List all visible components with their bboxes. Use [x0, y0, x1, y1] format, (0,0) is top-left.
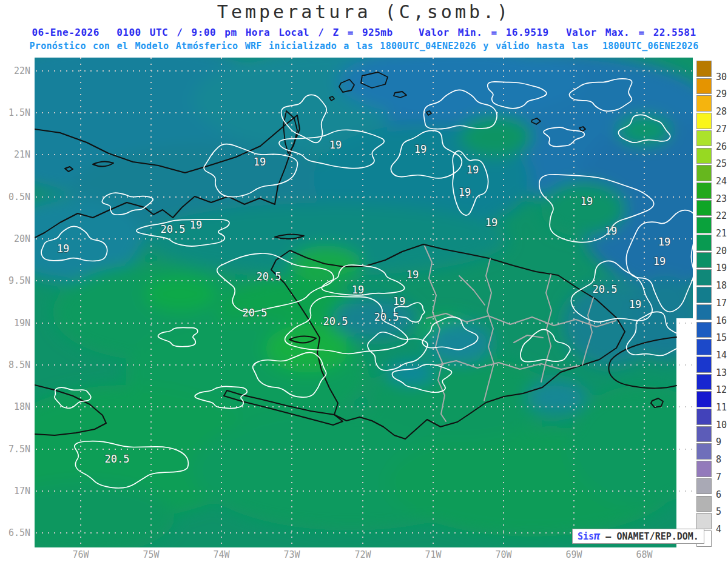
colorbar-segment [696, 78, 712, 95]
colorbar-tick-label: 4 [716, 524, 721, 535]
watermark-text: – ONAMET/REP.DOM. [600, 531, 699, 542]
lon-tick-label: 70W [495, 549, 511, 560]
colorbar-tick-label: 16 [716, 315, 727, 326]
colorbar-tick-label: 25 [716, 158, 727, 169]
colorbar-tick-label: 7 [716, 472, 721, 483]
colorbar-segment [696, 409, 712, 425]
svg-text:20.5: 20.5 [161, 223, 186, 235]
watermark-box: Sisπ – ONAMET/REP.DOM. [572, 529, 704, 544]
lon-tick-label: 72W [354, 549, 371, 560]
colorbar-tick-label: 18 [716, 280, 727, 291]
colorbar-tick-label: 27 [716, 124, 727, 135]
svg-text:19: 19 [254, 156, 266, 168]
svg-text:19: 19 [414, 143, 426, 155]
colorbar-tick-label: 5 [716, 506, 721, 517]
svg-text:20.5: 20.5 [374, 311, 399, 323]
temperature-shading [35, 58, 693, 547]
svg-text:19: 19 [467, 164, 479, 176]
svg-text:19: 19 [393, 295, 405, 307]
colorbar-tick-label: 29 [716, 89, 727, 99]
colorbar-segment [696, 269, 712, 286]
colorbar-tick-label: 22 [716, 210, 727, 221]
lat-tick-label: 18N [0, 401, 30, 412]
lat-tick-label: 1.5N [0, 107, 30, 118]
lat-tick-label: 20N [0, 233, 30, 244]
svg-text:20.5: 20.5 [243, 307, 268, 319]
lon-tick-label: 73W [283, 549, 300, 560]
colorbar-segment [696, 252, 712, 269]
colorbar-tick-label: 26 [716, 141, 727, 152]
lon-tick-label: 71W [425, 549, 441, 560]
colorbar-segment [696, 217, 712, 233]
lat-tick-label: 0.5N [0, 192, 30, 202]
lat-tick-label: 8.5N [0, 360, 30, 370]
colorbar-segment [696, 461, 712, 477]
colorbar-tick-label: 12 [716, 384, 727, 395]
lon-tick-label: 69W [565, 549, 582, 560]
colorbar-segment [696, 61, 712, 77]
svg-text:19: 19 [459, 186, 471, 198]
pi-symbol: π [594, 530, 600, 542]
lat-tick-label: 21N [0, 149, 30, 160]
map-area: 19191919191920.519191919191920.51920.520… [35, 58, 693, 547]
colorbar-tick-label: 30 [716, 72, 727, 82]
lat-tick-label: 6.5N [0, 527, 30, 538]
colorbar-tick-label: 15 [716, 332, 727, 343]
lat-tick-label: 9.5N [0, 275, 30, 286]
colorbar-segment [696, 356, 712, 373]
temperature-map-svg: 19191919191920.519191919191920.51920.520… [35, 58, 693, 547]
subtitle-valid-time: 06-Ene-2026 0100 UTC / 9:00 pm Hora Loca… [0, 27, 728, 38]
colorbar-tick-label: 24 [716, 176, 727, 187]
svg-text:19: 19 [406, 269, 419, 281]
svg-text:19: 19 [190, 219, 202, 231]
svg-text:19: 19 [352, 284, 364, 296]
colorbar-tick-label: 19 [716, 263, 727, 273]
colorbar-segment [696, 287, 712, 303]
lat-tick-label: 7.5N [0, 444, 30, 455]
colorbar-segment [696, 391, 712, 407]
colorbar-tick-label: 17 [716, 298, 727, 309]
lon-tick-label: 75W [143, 549, 159, 560]
svg-text:19: 19 [485, 216, 497, 229]
colorbar-tick-label: 13 [716, 367, 727, 378]
lon-tick-label: 76W [72, 549, 89, 560]
colorbar-tick-label: 28 [716, 106, 727, 117]
svg-text:19: 19 [605, 225, 617, 237]
colorbar-tick-label: 6 [716, 489, 721, 500]
svg-text:20.5: 20.5 [593, 283, 618, 295]
colorbar-segment [696, 95, 712, 112]
colorbar-segment [696, 496, 712, 512]
svg-text:19: 19 [629, 298, 641, 310]
colorbar-segment [696, 182, 712, 199]
colorbar-segment [696, 478, 712, 495]
colorbar-segment [696, 322, 712, 338]
lat-tick-label: 22N [0, 65, 30, 76]
wrf-temperature-forecast-screen: Temperatura (C,somb.) 06-Ene-2026 0100 U… [0, 0, 728, 562]
colorbar-segment [696, 339, 712, 355]
svg-text:19: 19 [658, 236, 670, 248]
colorbar-segment [696, 200, 712, 216]
map-domain-notch [676, 318, 693, 547]
colorbar-tick-label: 11 [716, 402, 727, 413]
colorbar-segment [696, 426, 712, 443]
colorbar-segment [696, 130, 712, 147]
svg-text:19: 19 [329, 139, 342, 151]
svg-text:20.5: 20.5 [323, 315, 348, 327]
lat-tick-label: 17N [0, 486, 30, 497]
colorbar-segment [696, 513, 712, 529]
svg-text:20.5: 20.5 [257, 270, 281, 283]
colorbar-segment [696, 165, 712, 181]
colorbar-segment [696, 113, 712, 129]
colorbar-segment [696, 304, 712, 321]
colorbar-tick-label: 23 [716, 193, 727, 204]
svg-text:19: 19 [653, 255, 666, 267]
page-title: Temperatura (C,somb.) [0, 1, 728, 22]
colorbar-tick-label: 10 [716, 420, 727, 430]
colorbar-segment [696, 443, 712, 460]
colorbar-tick-label: 9 [716, 437, 721, 447]
svg-text:19: 19 [581, 195, 593, 207]
svg-text:19: 19 [57, 243, 69, 255]
sispi-logo: Sis [578, 531, 594, 542]
colorbar-segment [696, 374, 712, 390]
lon-tick-label: 68W [636, 549, 652, 560]
